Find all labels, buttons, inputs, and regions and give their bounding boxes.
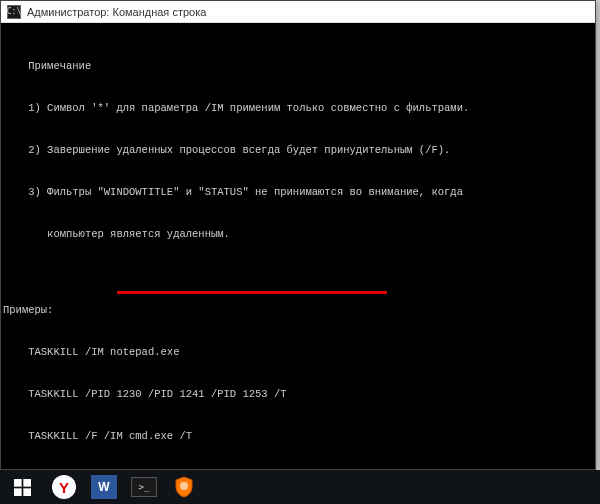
taskbar-app-shield[interactable]: [166, 473, 202, 501]
taskbar-app-yandex[interactable]: Y: [46, 473, 82, 501]
window-title: Администратор: Командная строка: [27, 6, 206, 18]
cmd-icon: >_: [131, 477, 157, 497]
example-line: TASKKILL /PID 1230 /PID 1241 /PID 1253 /…: [3, 387, 593, 401]
note-line: 3) Фильтры "WINDOWTITLE" и "STATUS" не п…: [3, 185, 593, 199]
example-line: TASKKILL /IM notepad.exe: [3, 345, 593, 359]
svg-rect-3: [23, 488, 31, 496]
console-area[interactable]: Примечание 1) Символ '*' для параметра /…: [1, 23, 595, 469]
cmd-window-icon: C:\: [7, 5, 21, 19]
command-prompt-window: C:\ Администратор: Командная строка Прим…: [0, 0, 596, 470]
shield-icon: [172, 475, 196, 499]
titlebar[interactable]: C:\ Администратор: Командная строка: [1, 1, 595, 23]
svg-rect-2: [14, 488, 22, 496]
start-button[interactable]: [2, 470, 42, 504]
windows-logo-icon: [14, 479, 31, 496]
note-line: компьютер является удаленным.: [3, 227, 593, 241]
taskbar: Y W >_: [0, 470, 600, 504]
example-line: TASKKILL /F /IM cmd.exe /T: [3, 429, 593, 443]
svg-rect-0: [14, 479, 22, 487]
note-header: Примечание: [3, 59, 593, 73]
word-icon: W: [91, 475, 117, 499]
taskbar-app-word[interactable]: W: [86, 473, 122, 501]
command-highlight-underline: [117, 291, 387, 294]
svg-point-4: [180, 482, 188, 490]
examples-header: Примеры:: [3, 303, 593, 317]
taskbar-app-cmd[interactable]: >_: [126, 473, 162, 501]
yandex-icon: Y: [52, 475, 76, 499]
svg-rect-1: [23, 479, 31, 487]
note-line: 2) Завершение удаленных процессов всегда…: [3, 143, 593, 157]
note-line: 1) Символ '*' для параметра /IM применим…: [3, 101, 593, 115]
